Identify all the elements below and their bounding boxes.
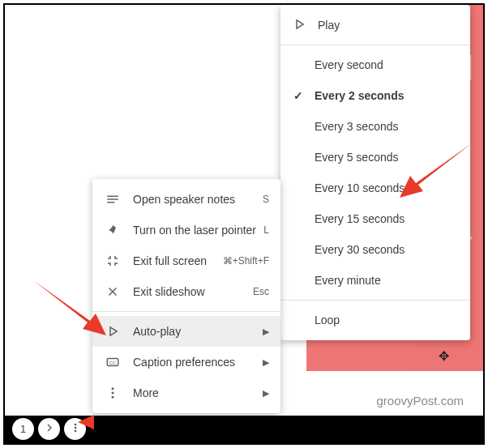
interval-every-second[interactable]: Every second — [280, 49, 470, 80]
play-icon — [292, 17, 306, 34]
menu-laser-pointer[interactable]: Turn on the laser pointer L — [92, 215, 280, 245]
interval-every-30-seconds[interactable]: Every 30 seconds — [280, 234, 470, 265]
label: Every 2 seconds — [315, 89, 405, 102]
page-number-button[interactable]: 1 — [12, 418, 34, 440]
notes-icon — [104, 192, 122, 207]
exit-fullscreen-icon — [104, 254, 122, 268]
menu-more[interactable]: More ▶ — [92, 378, 280, 408]
more-vert-icon — [69, 421, 82, 437]
label: Turn on the laser pointer — [133, 224, 257, 237]
laser-icon — [104, 223, 122, 237]
submenu-play[interactable]: Play — [280, 10, 470, 41]
label: Every 5 seconds — [315, 151, 399, 164]
captions-icon: CC — [104, 355, 122, 369]
submenu-arrow-icon: ▶ — [263, 326, 269, 337]
interval-every-10-seconds[interactable]: Every 10 seconds — [280, 173, 470, 203]
close-icon — [104, 284, 122, 299]
autoplay-submenu: Play Every second Every 2 seconds Every … — [280, 5, 470, 340]
label: Loop — [315, 314, 340, 326]
interval-every-15-seconds[interactable]: Every 15 seconds — [280, 203, 470, 234]
submenu-play-label: Play — [318, 19, 340, 32]
shortcut: ⌘+Shift+F — [223, 255, 269, 267]
interval-every-3-seconds[interactable]: Every 3 seconds — [280, 111, 470, 142]
next-slide-button[interactable] — [38, 418, 60, 440]
shortcut: S — [263, 194, 269, 205]
submenu-loop[interactable]: Loop — [280, 305, 470, 335]
label: Caption preferences — [133, 356, 256, 369]
separator — [280, 300, 470, 301]
separator — [280, 45, 470, 45]
menu-exit-slideshow[interactable]: Exit slideshow Esc — [92, 276, 280, 307]
label: Every 3 seconds — [315, 120, 399, 133]
label: More — [133, 386, 256, 399]
menu-exit-fullscreen[interactable]: Exit full screen ⌘+Shift+F — [92, 245, 280, 276]
shortcut: L — [263, 224, 269, 236]
page-number: 1 — [20, 423, 26, 435]
interval-every-5-seconds[interactable]: Every 5 seconds — [280, 142, 470, 173]
more-vert-icon — [104, 386, 122, 400]
label: Exit full screen — [133, 254, 216, 267]
separator — [92, 311, 280, 312]
label: Exit slideshow — [133, 285, 246, 298]
label: Auto-play — [133, 325, 256, 338]
svg-text:CC: CC — [109, 361, 117, 365]
svg-point-7 — [74, 430, 76, 433]
label: Every second — [315, 58, 383, 71]
svg-point-3 — [112, 392, 114, 395]
label: Every 15 seconds — [315, 212, 405, 225]
interval-every-minute[interactable]: Every minute — [280, 265, 470, 296]
submenu-arrow-icon: ▶ — [263, 388, 269, 399]
svg-point-6 — [74, 427, 76, 429]
options-menu: Open speaker notes S Turn on the laser p… — [92, 179, 280, 413]
watermark-text: groovyPost.com — [376, 394, 464, 407]
cursor-icon: ✥ — [439, 348, 449, 364]
chevron-right-icon — [43, 421, 56, 437]
more-options-button[interactable] — [64, 418, 86, 440]
play-outline-icon — [104, 324, 122, 339]
shortcut: Esc — [253, 286, 269, 297]
screenshot-frame: Simpl By Y groovyPost.com Play Every sec… — [3, 3, 485, 445]
menu-open-speaker-notes[interactable]: Open speaker notes S — [92, 184, 280, 215]
menu-caption-preferences[interactable]: CC Caption preferences ▶ — [92, 347, 280, 378]
svg-point-5 — [74, 424, 76, 426]
submenu-arrow-icon: ▶ — [263, 357, 269, 368]
label: Every 10 seconds — [315, 181, 405, 194]
svg-point-2 — [112, 387, 114, 390]
interval-every-2-seconds[interactable]: Every 2 seconds — [280, 80, 470, 111]
label: Every minute — [315, 274, 381, 287]
menu-auto-play[interactable]: Auto-play ▶ — [92, 316, 280, 347]
svg-point-4 — [112, 396, 114, 399]
label: Open speaker notes — [133, 193, 256, 206]
label: Every 30 seconds — [315, 243, 405, 256]
